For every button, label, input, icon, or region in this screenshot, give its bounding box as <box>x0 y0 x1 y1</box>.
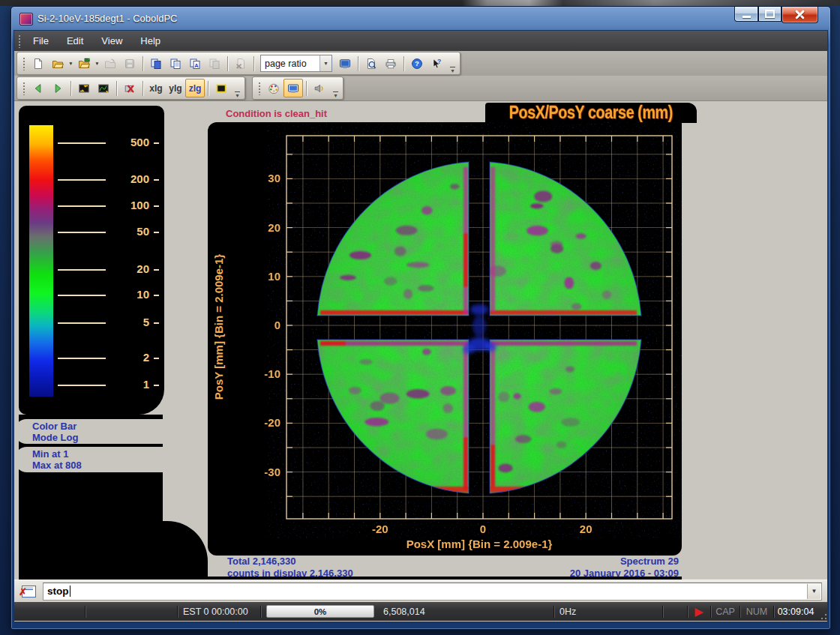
colorbar-tick-line <box>58 295 106 296</box>
context-help-button[interactable]: ? <box>427 54 446 73</box>
colorbar-tick-dash <box>154 179 159 181</box>
toolbar-overflow-button[interactable]: ▾ <box>233 91 242 99</box>
sound-toggle-button[interactable] <box>310 79 329 97</box>
spectra1-icon <box>78 82 90 94</box>
menu-item-view[interactable]: View <box>92 31 131 51</box>
restore-icon <box>765 10 775 18</box>
command-input[interactable]: stop ▼ <box>43 583 822 601</box>
toggle-ylog-label: ylg <box>166 83 184 94</box>
arrow-right-icon <box>52 82 64 94</box>
status-num-lock: NUM <box>741 602 772 621</box>
folder-ccf-icon: ccf <box>78 58 90 70</box>
monitor-blue-icon <box>339 58 351 70</box>
view-spectrum-fit-button[interactable] <box>74 79 94 97</box>
copy-ascii-button[interactable]: A <box>185 54 205 73</box>
status-clock: 03:09:04 <box>775 602 817 621</box>
display-corner-shape <box>163 521 208 580</box>
status-divider <box>662 606 663 618</box>
status-caps-lock: CAP <box>712 602 739 621</box>
toolbar-grip[interactable] <box>22 82 26 95</box>
printer-icon <box>385 58 397 70</box>
toolbar-nav: xlgylgzlg▾ <box>16 76 245 100</box>
colorbar-mode-line1: Color Bar <box>32 421 211 432</box>
titlebar[interactable]: Si-2-10eV-185degt1 - CoboldPC <box>11 7 830 31</box>
toolbar-overflow-button[interactable]: ▾ <box>448 67 457 74</box>
export-ascii-button <box>231 54 250 73</box>
toolbar-grip[interactable] <box>22 57 26 70</box>
close-button[interactable] <box>782 7 818 23</box>
colorbar-tick-label: 200 <box>101 172 149 185</box>
open-file-button[interactable] <box>48 54 68 73</box>
prev-spectrum-button[interactable] <box>28 79 48 97</box>
status-divider <box>177 606 178 618</box>
view-fullscreen-button[interactable] <box>335 54 355 73</box>
chevron-down-icon[interactable]: ▼ <box>320 55 332 71</box>
minimize-button[interactable] <box>734 7 758 22</box>
restore-button[interactable] <box>758 7 782 22</box>
next-spectrum-button[interactable] <box>48 79 68 97</box>
command-text: stop <box>47 586 69 597</box>
toggle-zlog-button[interactable]: zlg <box>185 79 205 97</box>
command-history-dropdown[interactable]: ▼ <box>807 584 820 599</box>
monitor-frame-icon <box>287 82 299 94</box>
spectra2-icon <box>98 82 110 94</box>
print-preview-button[interactable] <box>362 54 381 73</box>
open-ccf-file-dropdown[interactable]: ▾ <box>94 60 100 67</box>
menu-item-file[interactable]: File <box>24 31 58 51</box>
status-est: EST 0 00:00:00 <box>178 602 260 621</box>
toggle-ylog-button[interactable]: ylg <box>166 79 185 97</box>
colorbar-tick-dash <box>154 295 159 296</box>
resize-grip[interactable] <box>818 610 827 621</box>
open-ccf-file-button[interactable]: ccf <box>74 54 94 73</box>
palette-icon <box>268 82 280 94</box>
toolbar-grip[interactable] <box>258 82 262 95</box>
status-divider <box>773 606 774 618</box>
help-icon: ? <box>411 58 423 70</box>
open-file-dropdown[interactable]: ▾ <box>68 60 74 67</box>
zoom-region-button[interactable] <box>212 79 231 97</box>
print-button[interactable] <box>381 54 400 73</box>
copy-blue-icon <box>150 58 162 70</box>
plot-title-chip: PosX/PosY coarse (mm) <box>485 103 697 123</box>
menubar-grip[interactable] <box>18 34 22 48</box>
colorbar-panel: 500200100502010521 <box>19 106 164 415</box>
status-divider <box>554 606 554 618</box>
colorbar-tick-dash <box>154 322 159 324</box>
toggle-xlog-button[interactable]: xlg <box>146 79 166 97</box>
view-spectrum-new-button[interactable] <box>94 79 113 97</box>
toolbar-row-main: ▾ccf▾Apage ratio▼??▾ <box>14 51 827 76</box>
menu-item-edit[interactable]: Edit <box>58 31 92 51</box>
arrow-left-icon <box>32 82 44 94</box>
page-ratio-select[interactable]: page ratio▼ <box>260 55 332 72</box>
toolbar-separator <box>306 81 307 96</box>
copy-view-button[interactable] <box>146 54 166 73</box>
condition-label: Condition is clean_hit <box>226 108 327 119</box>
menu-item-help[interactable]: Help <box>131 31 170 51</box>
toggle-zlog-label: zlg <box>186 83 204 94</box>
help-button[interactable]: ? <box>407 54 427 73</box>
toolbar-separator <box>70 81 71 96</box>
colorbar-tick-line <box>58 385 106 386</box>
colorbar-range-banner: Min at 1 Max at 808 <box>14 447 211 472</box>
help-arrow-icon: ? <box>430 58 442 70</box>
copy-page-button[interactable] <box>166 54 185 73</box>
close-icon <box>795 10 805 19</box>
toolbar-separator <box>142 81 143 96</box>
plot-panel: 3020100-10-20-30 -20020 PosX [mm] {Bin =… <box>208 122 682 556</box>
color-settings-button[interactable] <box>264 79 284 97</box>
delete-spectrum-button[interactable] <box>120 79 140 97</box>
text-caret <box>70 586 71 597</box>
page-ratio-value: page ratio <box>261 58 320 69</box>
delete-x-icon <box>124 82 136 94</box>
command-icon <box>22 586 36 598</box>
y-tick-label: -30 <box>264 466 280 478</box>
toolbar-overflow-button[interactable]: ▾ <box>332 91 340 99</box>
colorbar-tick-label: 5 <box>101 316 149 328</box>
save-button <box>120 54 140 73</box>
display-settings-button[interactable] <box>284 79 303 97</box>
colorbar-tick-dash <box>154 232 159 233</box>
status-divider <box>740 606 740 618</box>
window-title: Si-2-10eV-185degt1 - CoboldPC <box>38 13 177 24</box>
histogram-plot: 3020100-10-20-30 -20020 PosX [mm] {Bin =… <box>208 122 682 556</box>
new-file-button[interactable] <box>28 54 48 73</box>
